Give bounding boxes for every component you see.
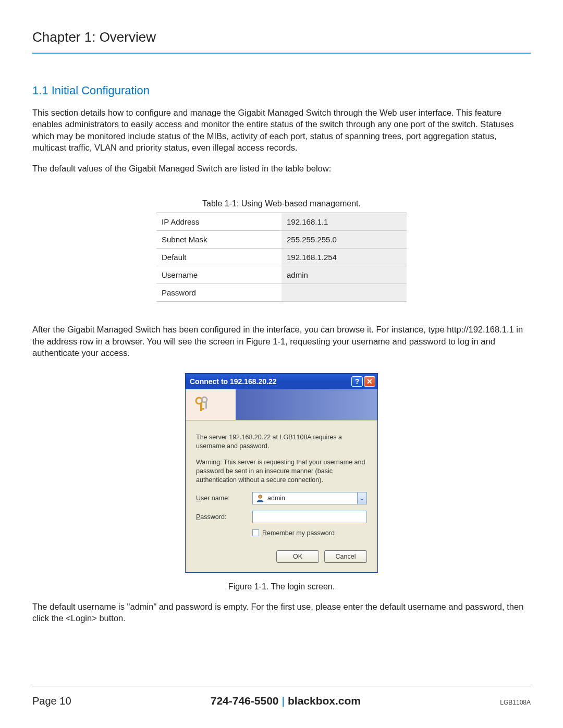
username-label: User name: xyxy=(196,495,252,502)
figure-caption: Figure 1-1. The login screen. xyxy=(32,582,531,591)
svg-rect-4 xyxy=(205,401,207,409)
table-cell-value: 192.168.1.254 xyxy=(282,249,407,266)
table-cell-value: 255.255.255.0 xyxy=(282,231,407,249)
model-number: LGB1108A xyxy=(500,699,531,706)
table-cell-value: admin xyxy=(282,266,407,284)
chevron-down-icon[interactable]: ⌄ xyxy=(357,492,366,504)
svg-rect-2 xyxy=(200,408,204,410)
dialog-titlebar[interactable]: Connect to 192.168.20.22 ? ✕ xyxy=(186,374,377,389)
defaults-table: IP Address 192.168.1.1 Subnet Mask 255.2… xyxy=(156,213,407,302)
table-caption: Table 1-1: Using Web-based management. xyxy=(156,199,407,213)
table-cell-value: 192.168.1.1 xyxy=(282,213,407,231)
table-cell-value xyxy=(282,284,407,302)
page-number: Page 10 xyxy=(32,695,71,707)
table-cell-label: Default xyxy=(156,249,282,266)
keys-icon xyxy=(193,396,212,414)
chapter-title: Chapter 1: Overview xyxy=(32,29,531,54)
dialog-title: Connect to 192.168.20.22 xyxy=(190,377,350,386)
svg-point-5 xyxy=(259,495,262,498)
paragraph-outro: The default username is "admin" and pass… xyxy=(32,601,531,624)
table-row: Password xyxy=(156,284,407,302)
paragraph-table-lede: The default values of the Gigabit Manage… xyxy=(32,163,531,174)
login-dialog: Connect to 192.168.20.22 ? ✕ The server … xyxy=(185,373,378,572)
password-label: Password: xyxy=(196,513,252,521)
dialog-message-1: The server 192.168.20.22 at LGB1108A req… xyxy=(196,433,367,451)
password-input[interactable] xyxy=(252,511,367,523)
table-row: Subnet Mask 255.255.255.0 xyxy=(156,231,407,249)
user-icon xyxy=(256,494,264,502)
table-cell-label: Password xyxy=(156,284,282,302)
help-button[interactable]: ? xyxy=(351,376,363,387)
close-button[interactable]: ✕ xyxy=(364,376,375,387)
remember-password-checkbox[interactable] xyxy=(252,529,259,536)
dialog-body: The server 192.168.20.22 at LGB1108A req… xyxy=(186,421,377,572)
table-row: Default 192.168.1.254 xyxy=(156,249,407,266)
dialog-message-2: Warning: This server is requesting that … xyxy=(196,458,367,485)
footer-contact: 724-746-5500|blackbox.com xyxy=(71,695,500,707)
table-row: Username admin xyxy=(156,266,407,284)
section-title: 1.1 Initial Configuration xyxy=(32,84,531,97)
table-cell-label: Username xyxy=(156,266,282,284)
remember-password-label: Remember my password xyxy=(262,529,335,537)
cancel-button[interactable]: Cancel xyxy=(324,550,367,563)
paragraph-intro: This section details how to configure an… xyxy=(32,107,531,153)
page-footer: Page 10 724-746-5500|blackbox.com LGB110… xyxy=(32,686,531,707)
ok-button[interactable]: OK xyxy=(276,550,319,563)
paragraph-after-table: After the Gigabit Managed Switch has bee… xyxy=(32,324,531,359)
username-value: admin xyxy=(267,495,357,502)
username-combobox[interactable]: admin ⌄ xyxy=(252,492,367,504)
svg-rect-1 xyxy=(200,403,202,411)
dialog-banner xyxy=(186,389,377,421)
table-cell-label: Subnet Mask xyxy=(156,231,282,249)
table-cell-label: IP Address xyxy=(156,213,282,231)
table-row: IP Address 192.168.1.1 xyxy=(156,213,407,231)
